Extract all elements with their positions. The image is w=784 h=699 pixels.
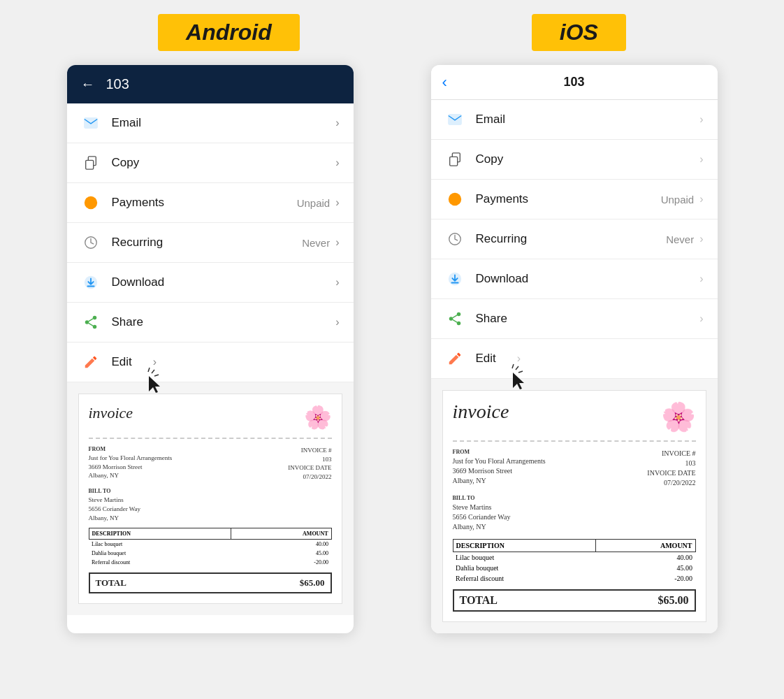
android-menu-edit[interactable]: Edit ›	[67, 343, 354, 382]
android-copy-chevron: ›	[335, 157, 339, 169]
android-share-chevron: ›	[335, 316, 339, 329]
svg-point-21	[456, 312, 460, 317]
ios-menu-payments[interactable]: Payments Unpaid ›	[431, 180, 718, 219]
svg-rect-15	[448, 115, 460, 125]
svg-line-26	[512, 364, 514, 368]
table-row: Lilac bouquet 40.00	[453, 552, 695, 563]
android-invoice-preview: invoice 🌸 FROM Just for You Floral Arran…	[67, 382, 354, 615]
svg-line-12	[152, 370, 154, 373]
recurring-icon	[445, 229, 465, 249]
android-email-chevron: ›	[335, 117, 339, 129]
android-flower-icon: 🌸	[304, 404, 332, 431]
payments-icon	[81, 193, 101, 212]
ios-bill-label: BILL TO	[453, 495, 696, 501]
android-item3-amount: -20.00	[231, 558, 331, 567]
android-download-label: Download	[112, 275, 336, 289]
ios-recurring-label: Recurring	[476, 232, 667, 246]
android-item2-amount: 45.00	[231, 549, 331, 558]
android-edit-label: Edit	[112, 355, 132, 368]
ios-item3-amount: -20.00	[596, 573, 695, 584]
ios-invoice-table: DESCRIPTION AMOUNT Lilac bouquet 40.00 D…	[453, 539, 696, 584]
ios-invoice-preview: invoice 🌸 FROM Just for You Floral Arran…	[431, 379, 718, 633]
ios-menu-share[interactable]: Share ›	[431, 299, 718, 339]
svg-line-10	[88, 319, 92, 322]
android-menu-email[interactable]: Email ›	[67, 103, 354, 143]
svg-point-18	[448, 193, 460, 206]
ios-from-company: Just for You Floral Arrangements	[453, 456, 546, 466]
android-desc-header: DESCRIPTION	[89, 528, 231, 540]
svg-line-27	[516, 366, 518, 370]
android-bill-name: Steve Martins	[89, 496, 332, 505]
svg-point-3	[84, 196, 96, 209]
ios-from-city: Albany, NY	[453, 476, 546, 486]
android-label: Android	[186, 20, 272, 45]
android-total-label: TOTAL	[96, 577, 126, 589]
android-menu-share[interactable]: Share ›	[67, 303, 354, 343]
svg-rect-2	[85, 160, 93, 169]
android-inv-num-label: INVOICE #	[288, 446, 331, 455]
ios-item2-desc: Dahlia bouquet	[453, 563, 596, 573]
svg-marker-14	[149, 376, 160, 393]
ios-download-chevron: ›	[699, 273, 703, 285]
ios-invoice-word: invoice	[453, 401, 509, 423]
ios-menu-download[interactable]: Download ›	[431, 259, 718, 299]
ios-total-row: TOTAL $65.00	[453, 589, 696, 612]
ios-flower-icon: 🌸	[661, 401, 696, 433]
ios-payments-chevron: ›	[699, 193, 703, 206]
android-menu-recurring[interactable]: Recurring Never ›	[67, 223, 354, 263]
ios-recurring-chevron: ›	[699, 233, 703, 245]
android-recurring-chevron: ›	[335, 236, 339, 249]
android-edit-cursor-container: Edit	[112, 355, 132, 369]
ios-phone: ‹ 103 Email › Copy ›	[431, 65, 718, 633]
download-icon	[81, 273, 101, 292]
android-item1-amount: 40.00	[231, 540, 331, 549]
svg-point-7	[85, 320, 89, 324]
ios-desc-header: DESCRIPTION	[453, 540, 596, 552]
table-row: Referral discount -20.00	[89, 558, 331, 567]
ios-total-value: $65.00	[658, 594, 689, 607]
svg-marker-29	[513, 373, 524, 389]
ios-bill-name: Steve Martins	[453, 503, 696, 512]
email-icon	[445, 110, 465, 129]
ios-email-chevron: ›	[699, 113, 703, 126]
android-payments-label: Payments	[112, 196, 297, 210]
svg-line-11	[148, 368, 150, 372]
ios-amount-header: AMOUNT	[596, 540, 695, 552]
android-invoice-card: invoice 🌸 FROM Just for You Floral Arran…	[78, 394, 342, 604]
ios-item1-amount: 40.00	[596, 552, 695, 563]
android-item2-desc: Dahlia bouquet	[89, 549, 231, 558]
android-invoice-word: invoice	[89, 404, 133, 422]
android-amount-header: AMOUNT	[231, 528, 331, 540]
ios-menu-edit[interactable]: Edit ›	[431, 339, 718, 379]
android-bill-label: BILL TO	[89, 488, 332, 494]
ios-download-label: Download	[476, 272, 700, 286]
ios-edit-cursor-container: Edit	[476, 352, 496, 366]
ios-header: ‹ 103	[431, 65, 718, 100]
copy-icon	[81, 153, 101, 173]
ios-recurring-value: Never	[666, 233, 694, 245]
svg-line-9	[88, 323, 92, 326]
android-menu-download[interactable]: Download ›	[67, 263, 354, 303]
android-payments-chevron: ›	[335, 196, 339, 209]
download-icon	[445, 269, 465, 289]
ios-menu-email[interactable]: Email ›	[431, 100, 718, 140]
ios-menu-copy[interactable]: Copy ›	[431, 140, 718, 180]
android-item1-desc: Lilac bouquet	[89, 540, 231, 549]
android-menu-payments[interactable]: Payments Unpaid ›	[67, 183, 354, 223]
svg-line-24	[452, 319, 456, 322]
ios-item2-amount: 45.00	[596, 563, 695, 573]
android-download-chevron: ›	[335, 276, 339, 289]
ios-menu-recurring[interactable]: Recurring Never ›	[431, 219, 718, 259]
android-banner: Android	[158, 14, 300, 51]
ios-inv-num: 103	[647, 459, 695, 468]
ios-item3-desc: Referral discount	[453, 573, 596, 584]
table-row: Lilac bouquet 40.00	[89, 540, 331, 549]
android-invoice-table: DESCRIPTION AMOUNT Lilac bouquet 40.00 D…	[89, 528, 332, 567]
android-menu-copy[interactable]: Copy ›	[67, 143, 354, 183]
android-back-button[interactable]: ←	[81, 76, 95, 92]
svg-point-22	[449, 317, 453, 321]
android-bill-city: Albany, NY	[89, 514, 332, 523]
ios-back-button[interactable]: ‹	[442, 73, 447, 92]
share-icon	[445, 309, 465, 329]
ios-label: iOS	[560, 20, 598, 45]
